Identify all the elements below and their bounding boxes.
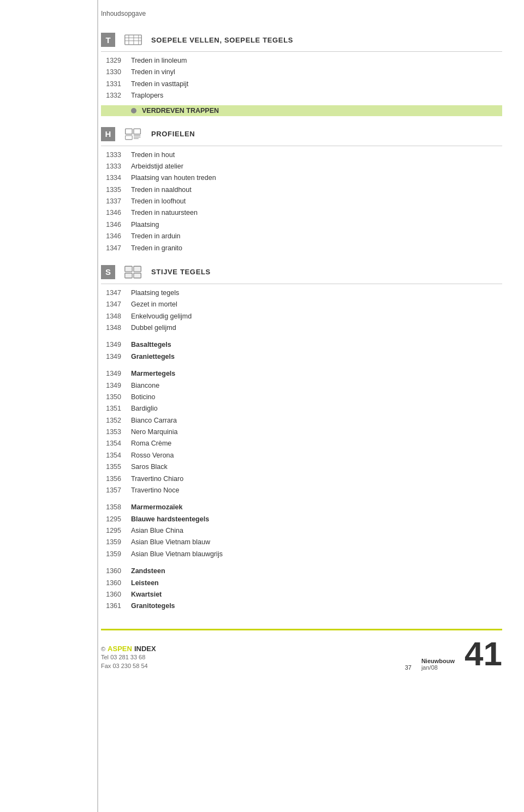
section-header-S: S STIJVE TEGELS	[101, 264, 502, 284]
page-label: Inhoudsopgave	[101, 10, 146, 17]
section-S-group4: 1358 Marmermozaïek 1295 Blauwe hardsteen…	[101, 502, 502, 560]
toc-row: 1360 Zandsteen	[101, 566, 502, 577]
toc-row: 1330 Treden in vinyl	[101, 67, 502, 78]
toc-row: 1354 Rosso Verona	[101, 450, 502, 461]
footer: © ASPEN INDEX Tel 03 281 33 68 Fax 03 23…	[101, 629, 502, 676]
svg-rect-0	[125, 35, 141, 45]
section-title-T: SOEPELE VELLEN, SOEPELE TEGELS	[151, 36, 293, 44]
verdreven-label: VERDREVEN TRAPPEN	[142, 107, 219, 115]
toc-row: 1348 Enkelvoudig gelijmd	[101, 311, 502, 322]
toc-row: 1349 Biancone	[101, 380, 502, 392]
svg-rect-7	[134, 129, 141, 134]
toc-row: 1295 Blauwe hardsteentegels	[101, 514, 502, 525]
toc-row: 1349 Basalttegels	[101, 339, 502, 351]
toc-row: 1349 Marmertegels	[101, 368, 502, 380]
toc-row: 1331 Treden in vasttapijt	[101, 79, 502, 90]
copyright-symbol: ©	[101, 646, 105, 652]
toc-row: 1295 Asian Blue China	[101, 525, 502, 537]
svg-rect-15	[134, 273, 141, 278]
footer-fax: Fax 03 230 58 54	[101, 661, 156, 671]
section-header-T: T SOEPELE VELLEN, SOEPELE TEGELS	[101, 32, 502, 52]
big-page-number: 41	[465, 637, 502, 671]
toc-row: 1350 Boticino	[101, 392, 502, 403]
left-border	[97, 0, 98, 812]
toc-row: 1333 Treden in hout	[101, 149, 502, 161]
toc-row: 1334 Plaatsing van houten treden	[101, 172, 502, 184]
section-letter-S: S	[101, 265, 115, 279]
toc-row: 1359 Asian Blue Vietnam blauw	[101, 537, 502, 548]
svg-rect-14	[125, 273, 132, 278]
toc-row: 1346 Treden in natuursteen	[101, 207, 502, 219]
toc-row: 1346 Plaatsing	[101, 219, 502, 231]
toc-row: 1357 Travertino Noce	[101, 485, 502, 496]
toc-row: 1347 Plaatsing tegels	[101, 287, 502, 299]
month-label: jan/08	[421, 664, 438, 671]
toc-row: 1358 Marmermozaïek	[101, 502, 502, 513]
toc-row: 1329 Treden in linoleum	[101, 55, 502, 67]
section-letter-T: T	[101, 33, 115, 47]
toc-row: 1335 Treden in naaldhout	[101, 184, 502, 196]
section-header-H: H PROFIELEN	[101, 126, 502, 146]
svg-rect-8	[126, 135, 133, 139]
section-letter-H: H	[101, 127, 115, 141]
toc-row: 1333 Arbeidstijd atelier	[101, 161, 502, 172]
section-S-group1: 1347 Plaatsing tegels 1347 Gezet in mort…	[101, 287, 502, 334]
profiles-icon	[123, 126, 144, 142]
toc-row: 1332 Traplopers	[101, 90, 502, 101]
toc-row: 1360 Leisteen	[101, 578, 502, 589]
carpet-icon	[123, 32, 144, 48]
toc-row: 1349 Graniettegels	[101, 351, 502, 363]
toc-row: 1347 Treden in granito	[101, 243, 502, 254]
section-H-items: 1333 Treden in hout 1333 Arbeidstijd ate…	[101, 149, 502, 254]
section-S-group5: 1360 Zandsteen 1360 Leisteen 1360 Kwarts…	[101, 566, 502, 612]
toc-row: 1355 Saros Black	[101, 461, 502, 473]
toc-row: 1360 Kwartsiet	[101, 589, 502, 600]
toc-row: 1346 Treden in arduin	[101, 231, 502, 242]
verdreven-trappen-row: VERDREVEN TRAPPEN	[101, 105, 502, 116]
spacer	[101, 560, 502, 566]
footer-right: 37 Nieuwbouw jan/08 41	[405, 637, 502, 671]
footer-tel: Tel 03 281 33 68	[101, 653, 156, 662]
section-T-items: 1329 Treden in linoleum 1330 Treden in v…	[101, 55, 502, 102]
footer-left: © ASPEN INDEX Tel 03 281 33 68 Fax 03 23…	[101, 645, 156, 671]
brand-aspen: ASPEN	[108, 645, 132, 653]
toc-row: 1351 Bardiglio	[101, 403, 502, 414]
toc-row: 1361 Granitotegels	[101, 600, 502, 612]
spacer	[101, 363, 502, 368]
section-title-S: STIJVE TEGELS	[151, 268, 211, 276]
section-S-group3: 1349 Marmertegels 1349 Biancone 1350 Bot…	[101, 368, 502, 496]
section-S-group2: 1349 Basalttegels 1349 Graniettegels	[101, 339, 502, 363]
page-number: 37	[405, 664, 412, 671]
svg-rect-6	[126, 129, 133, 134]
section-title-H: PROFIELEN	[151, 130, 195, 138]
spacer	[101, 334, 502, 339]
svg-rect-12	[125, 266, 132, 272]
toc-row: 1337 Treden in loofhout	[101, 196, 502, 207]
toc-row: 1352 Bianco Carrara	[101, 415, 502, 426]
toc-row: 1347 Gezet in mortel	[101, 299, 502, 310]
svg-rect-13	[134, 266, 141, 272]
verdreven-dot	[131, 108, 136, 113]
toc-row: 1348 Dubbel gelijmd	[101, 322, 502, 334]
toc-row: 1359 Asian Blue Vietnam blauwgrijs	[101, 549, 502, 560]
tiles-icon	[123, 264, 144, 280]
spacer	[101, 496, 502, 502]
toc-row: 1353 Nero Marquinia	[101, 426, 502, 438]
toc-row: 1354 Roma Crème	[101, 438, 502, 449]
brand-index: INDEX	[134, 645, 156, 653]
toc-row: 1356 Travertino Chiaro	[101, 473, 502, 485]
category-label: Nieuwbouw	[421, 658, 455, 664]
